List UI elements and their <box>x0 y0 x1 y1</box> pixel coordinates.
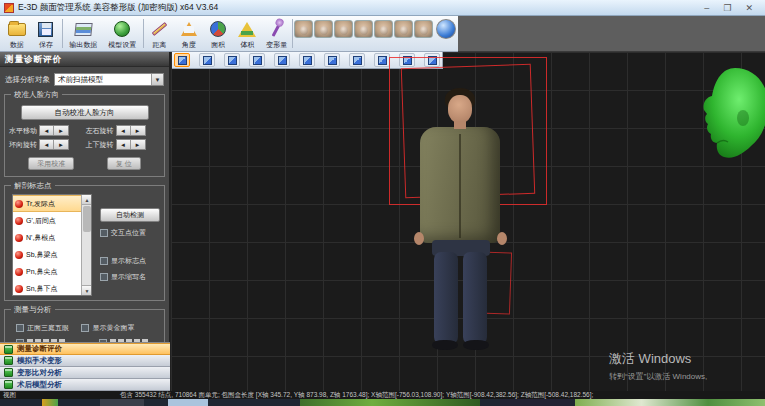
view-tool-select[interactable] <box>174 53 190 67</box>
windows-activation-watermark: 激活 Windows 转到“设置”以激活 Windows, <box>609 350 707 382</box>
globe-view-icon[interactable] <box>436 19 456 39</box>
view-tool-fit[interactable] <box>199 53 215 67</box>
landmark-dot-icon <box>15 234 23 242</box>
scroll-up-icon[interactable]: ▲ <box>82 195 92 205</box>
face-preset-icon[interactable] <box>394 20 413 38</box>
toolbar-empty-area <box>458 16 765 52</box>
view-tool-back[interactable] <box>299 53 315 67</box>
scrollbar-thumb[interactable] <box>83 206 91 232</box>
pitch-rotate-spinner[interactable]: ◄► <box>116 139 146 150</box>
nav-item-postop-model[interactable]: 术后模型分析 <box>0 379 170 391</box>
wallpaper-patch <box>300 399 480 406</box>
landmark-item[interactable]: G',眉间点 <box>13 212 82 229</box>
landmark-dot-icon <box>15 200 23 208</box>
model-settings-button[interactable]: 模型设置 <box>103 17 142 50</box>
view-tool-top[interactable] <box>374 53 390 67</box>
patient-leg <box>463 252 487 344</box>
save-icon <box>35 19 57 39</box>
show-abbrev-checkbox[interactable]: 显示缩写名 <box>100 272 161 282</box>
analyze-target-value: 术前扫描模型 <box>55 75 151 85</box>
area-icon <box>207 19 229 39</box>
landmark-dot-icon <box>15 217 23 225</box>
face-preset-icon[interactable] <box>374 20 393 38</box>
spinner-left-icon[interactable]: ◄ <box>117 140 131 149</box>
horizontal-move-spinner[interactable]: ◄► <box>39 125 69 136</box>
chevron-down-icon[interactable]: ▼ <box>151 74 163 85</box>
spinner-left-icon[interactable]: ◄ <box>40 126 54 135</box>
roll-rotate-spinner[interactable]: ◄► <box>39 139 69 150</box>
deformation-button[interactable]: 变形量 <box>262 17 291 50</box>
area-button[interactable]: 面积 <box>203 17 232 50</box>
panel-header: 测量诊断评价 <box>0 52 169 67</box>
interactive-point-checkbox[interactable]: 交互点位置 <box>100 228 161 238</box>
checkbox-icon[interactable] <box>81 324 89 332</box>
reset-button[interactable]: 复 位 <box>107 157 141 170</box>
landmark-scrollbar[interactable]: ▲ ▼ <box>81 195 91 295</box>
view-tool-shade[interactable] <box>249 53 265 67</box>
landmark-item[interactable]: Pn,鼻尖点 <box>13 263 82 280</box>
analyze-target-dropdown[interactable]: 术前扫描模型 ▼ <box>54 73 164 86</box>
module-icon <box>4 356 13 365</box>
face-preset-icon[interactable] <box>294 20 313 38</box>
model-settings-icon <box>111 19 133 39</box>
save-button[interactable]: 保存 <box>31 17 60 50</box>
patient-jacket-zipper <box>459 134 461 238</box>
view-tool-right[interactable] <box>349 53 365 67</box>
spinner-label: 水平移动 <box>9 126 37 136</box>
face-preset-icon[interactable] <box>414 20 433 38</box>
landmarks-group: 解剖标志点 Tr,发际点 G',眉间点 N',鼻根点 Sb,鼻梁点 Pn,鼻尖点… <box>4 185 165 301</box>
view-tool-left[interactable] <box>324 53 340 67</box>
nav-item-deform-compare[interactable]: 变形比对分析 <box>0 367 170 379</box>
face-preset-strip <box>294 17 433 50</box>
calibrate-group: 校准人脸方向 自动校准人脸方向 水平移动 ◄► 左右旋转 ◄► 环向旋转 ◄► … <box>4 94 165 177</box>
distance-button[interactable]: 距离 <box>145 17 174 50</box>
volume-button[interactable]: 体积 <box>233 17 262 50</box>
three-courts-checkbox[interactable]: 正面三庭五眼 <box>16 323 69 333</box>
golden-mask-checkbox[interactable]: 显示黄金面罩 <box>81 323 134 333</box>
checkbox-icon[interactable] <box>100 273 108 281</box>
checkbox-icon[interactable] <box>100 257 108 265</box>
auto-calibrate-button[interactable]: 自动校准人脸方向 <box>21 105 149 120</box>
nav-item-measure-diagnosis[interactable]: 测量诊断评价 <box>0 343 170 355</box>
reference-head-model[interactable] <box>689 66 765 162</box>
face-preset-icon[interactable] <box>354 20 373 38</box>
viewport-3d[interactable]: 激活 Windows 转到“设置”以激活 Windows, <box>171 52 765 391</box>
data-button[interactable]: 数据 <box>2 17 31 50</box>
spinner-right-icon[interactable]: ► <box>131 126 145 135</box>
yaw-rotate-spinner[interactable]: ◄► <box>116 125 146 136</box>
spinner-left-icon[interactable]: ◄ <box>40 140 54 149</box>
landmark-dot-icon <box>15 285 23 293</box>
checkbox-icon[interactable] <box>16 324 24 332</box>
spinner-right-icon[interactable]: ► <box>131 140 145 149</box>
nav-item-simulate-surgery[interactable]: 模拟手术变形 <box>0 355 170 367</box>
close-button[interactable]: ✕ <box>745 1 753 15</box>
angle-button[interactable]: 角度 <box>174 17 203 50</box>
auto-detect-button[interactable]: 自动检测 <box>100 208 160 222</box>
landmark-item[interactable]: Tr,发际点 <box>13 195 82 212</box>
angle-icon <box>178 19 200 39</box>
landmark-item[interactable]: N',鼻根点 <box>13 229 82 246</box>
landmark-item[interactable]: Sn,鼻下点 <box>13 280 82 296</box>
maximize-button[interactable]: ❐ <box>723 1 731 15</box>
checkbox-icon[interactable] <box>100 229 108 237</box>
landmark-item[interactable]: Sb,鼻梁点 <box>13 246 82 263</box>
module-nav: 测量诊断评价 模拟手术变形 变形比对分析 术后模型分析 <box>0 342 170 391</box>
scroll-down-icon[interactable]: ▼ <box>82 285 92 295</box>
patient-model[interactable] <box>411 82 511 372</box>
landmark-list[interactable]: Tr,发际点 G',眉间点 N',鼻根点 Sb,鼻梁点 Pn,鼻尖点 Sn,鼻下… <box>12 194 92 296</box>
minimize-button[interactable]: – <box>704 1 709 15</box>
taskbar-window <box>168 399 208 406</box>
export-data-button[interactable]: 输出数据 <box>64 17 103 50</box>
spinner-right-icon[interactable]: ► <box>54 140 68 149</box>
spinner-right-icon[interactable]: ► <box>54 126 68 135</box>
face-preset-icon[interactable] <box>334 20 353 38</box>
view-tool-rotate[interactable] <box>224 53 240 67</box>
taskbar-icon <box>42 399 58 406</box>
title-bar: E-3D 颜面管理系统 美容整形版 (加密狗版) x64 V3.64 – ❐ ✕ <box>0 0 765 16</box>
view-tool-front[interactable] <box>274 53 290 67</box>
spinner-left-icon[interactable]: ◄ <box>117 126 131 135</box>
patient-hand <box>497 232 507 245</box>
apply-calibration-button[interactable]: 采用校准 <box>28 157 74 170</box>
face-preset-icon[interactable] <box>314 20 333 38</box>
show-landmarks-checkbox[interactable]: 显示标志点 <box>100 256 161 266</box>
